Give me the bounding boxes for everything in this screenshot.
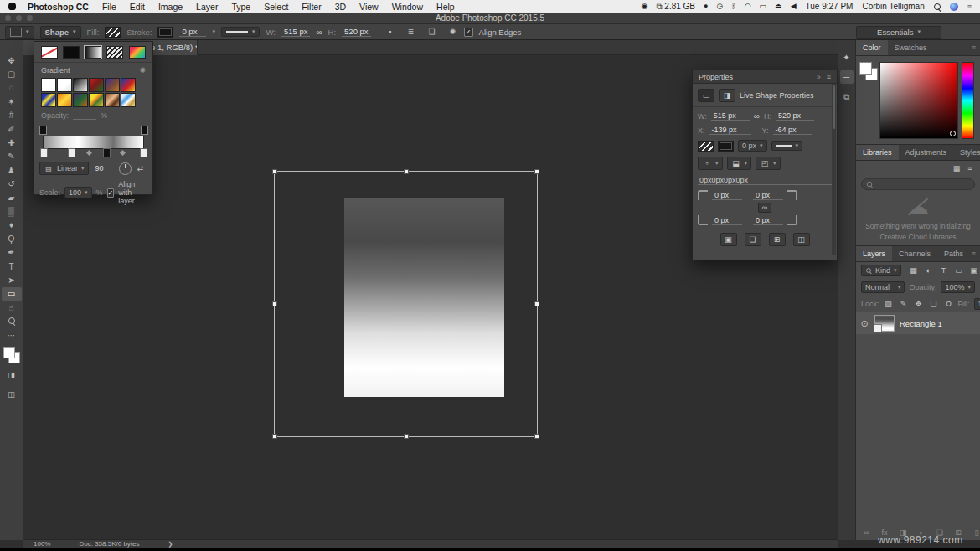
align-with-layer-checkbox[interactable]: ✓ bbox=[107, 188, 115, 198]
tool-type[interactable]: T bbox=[2, 260, 22, 273]
tab-channels[interactable]: Channels bbox=[892, 246, 937, 261]
apple-menu-icon[interactable] bbox=[8, 3, 16, 10]
airplay-icon[interactable]: ▭ bbox=[760, 3, 767, 10]
align-edges-checkbox[interactable]: ✓ bbox=[464, 28, 473, 37]
hue-slider[interactable] bbox=[962, 62, 974, 139]
menu-filter[interactable]: Filter bbox=[302, 2, 321, 12]
library-select[interactable] bbox=[861, 164, 947, 173]
pattern-fill-button[interactable] bbox=[106, 46, 123, 59]
clock[interactable]: Tue 9:27 PM bbox=[806, 2, 854, 11]
path-arrangement-icon[interactable]: ❏ bbox=[427, 27, 437, 37]
link-dimensions-icon[interactable]: ∞ bbox=[316, 28, 322, 37]
eject-icon[interactable]: ⏏ bbox=[775, 3, 782, 10]
tab-color[interactable]: Color bbox=[856, 40, 888, 55]
lock-all-icon[interactable]: Ω bbox=[944, 299, 954, 309]
tool-quick-selection[interactable]: ✶ bbox=[2, 95, 22, 108]
tool-move[interactable]: ✥ bbox=[2, 54, 22, 67]
drop-app-icon[interactable]: ● bbox=[704, 3, 708, 10]
layer-row-rectangle-1[interactable]: ⊙ Rectangle 1 bbox=[856, 312, 980, 334]
blend-mode-select[interactable]: Normal▾ bbox=[861, 281, 905, 293]
quick-mask-button[interactable]: ◨ bbox=[2, 368, 22, 382]
handle-bottom-center[interactable] bbox=[404, 434, 409, 439]
geometry-options-icon[interactable]: ✺ bbox=[448, 27, 458, 37]
foreground-background-swatches[interactable] bbox=[3, 347, 20, 363]
lock-position-icon[interactable]: ✥ bbox=[914, 299, 924, 309]
doc-size-info[interactable]: Doc: 358.5K/0 bytes bbox=[79, 540, 139, 548]
menu-layer[interactable]: Layer bbox=[196, 2, 218, 12]
foreground-background-swatches[interactable] bbox=[859, 62, 878, 80]
gradient-editor-bar[interactable] bbox=[43, 136, 144, 149]
layer-thumbnail[interactable] bbox=[874, 315, 895, 332]
stroke-corner-select[interactable]: ◰▾ bbox=[756, 157, 781, 170]
collapsed-panel-properties-icon[interactable]: ☰ bbox=[840, 70, 854, 84]
collapsed-panel-brushes-icon[interactable]: ✦ bbox=[840, 50, 854, 64]
menu-select[interactable]: Select bbox=[264, 2, 288, 12]
handle-mid-right[interactable] bbox=[534, 301, 539, 306]
color-stop[interactable] bbox=[68, 148, 75, 157]
midpoint-diamond[interactable] bbox=[86, 150, 92, 156]
color-cursor[interactable] bbox=[950, 131, 956, 136]
tool-brush[interactable]: ✎ bbox=[2, 150, 22, 163]
handle-top-right[interactable] bbox=[534, 169, 539, 174]
layer-visibility-eye-icon[interactable]: ⊙ bbox=[859, 318, 869, 328]
screen-mode-icon[interactable]: ◫ bbox=[7, 389, 17, 399]
prop-fill-swatch[interactable] bbox=[698, 141, 714, 152]
path-alignment-icon[interactable]: ≣ bbox=[406, 27, 416, 37]
handle-top-center[interactable] bbox=[404, 169, 409, 174]
wifi-icon[interactable]: ◠ bbox=[745, 3, 751, 10]
tool-blur[interactable]: ♦ bbox=[2, 219, 22, 232]
shape-height-input[interactable]: 520 px bbox=[342, 27, 371, 37]
radius-tr-input[interactable]: 0 px bbox=[753, 191, 783, 200]
handle-bottom-left[interactable] bbox=[272, 434, 277, 439]
menu-edit[interactable]: Edit bbox=[130, 2, 145, 12]
color-stop[interactable] bbox=[103, 148, 111, 157]
handle-top-left[interactable] bbox=[272, 169, 277, 174]
tool-pen[interactable]: ✒ bbox=[2, 245, 22, 259]
stroke-style-select[interactable]: ▾ bbox=[221, 27, 260, 37]
gradient-angle-dial[interactable] bbox=[119, 162, 132, 175]
prop-link-icon[interactable]: ∞ bbox=[754, 111, 760, 121]
layer-filter-kind-select[interactable]: Kind▾ bbox=[861, 265, 901, 276]
path-operations-icon[interactable]: ▪ bbox=[385, 27, 395, 37]
layer-name[interactable]: Rectangle 1 bbox=[900, 319, 942, 328]
stroke-swatch[interactable] bbox=[157, 27, 173, 38]
fill-swatch[interactable] bbox=[105, 27, 121, 38]
prop-stroke-style-select[interactable]: ▾ bbox=[771, 141, 803, 151]
tab-styles[interactable]: Styles bbox=[953, 145, 980, 160]
tool-healing-brush[interactable]: ✚ bbox=[2, 136, 22, 149]
tool-history-brush[interactable]: ↺ bbox=[2, 178, 22, 191]
tool-rectangle[interactable]: ▭ bbox=[2, 287, 22, 301]
radius-bl-input[interactable]: 0 px bbox=[712, 216, 742, 225]
gradient-preset-black-white[interactable] bbox=[73, 78, 88, 92]
prop-x-input[interactable]: -139 px bbox=[709, 126, 751, 135]
solid-fill-button[interactable] bbox=[63, 46, 80, 59]
tab-paths[interactable]: Paths bbox=[937, 246, 970, 261]
tool-clone-stamp[interactable]: ♟ bbox=[2, 163, 22, 177]
tool-more-tools[interactable]: ⋯ bbox=[2, 328, 22, 342]
bluetooth-icon[interactable]: ᛒ bbox=[731, 3, 735, 10]
gradient-preset-violet-orange[interactable] bbox=[105, 78, 120, 92]
user-name[interactable]: Corbin Telligman bbox=[862, 2, 924, 11]
gradient-preset-orange-yellow-orange[interactable] bbox=[57, 93, 72, 107]
collapse-panel-icon[interactable]: » bbox=[817, 73, 821, 81]
filter-type-layers-icon[interactable]: T bbox=[939, 265, 949, 276]
screen-record-icon[interactable]: ◉ bbox=[642, 3, 648, 10]
menu-view[interactable]: View bbox=[359, 2, 379, 12]
properties-panel-header[interactable]: Properties »≡ bbox=[693, 70, 837, 84]
gradient-preset-copper[interactable] bbox=[105, 93, 120, 107]
gradient-angle-input[interactable]: 90 bbox=[93, 164, 115, 173]
lock-artboard-icon[interactable]: ❏ bbox=[929, 299, 939, 309]
fill-amount-select[interactable]: 100%▾ bbox=[974, 298, 980, 310]
filter-smart-objects-icon[interactable]: ▣ bbox=[969, 265, 979, 276]
display-memory-icon[interactable]: ⧉ 2.81 GB bbox=[656, 3, 695, 11]
gradient-preset-purple-green-orange[interactable] bbox=[73, 93, 88, 107]
gradient-fill-button[interactable] bbox=[85, 46, 101, 59]
gradient-opacity-input[interactable] bbox=[73, 111, 96, 120]
menu-type[interactable]: Type bbox=[231, 2, 250, 12]
gradient-preset-foreground-to-background[interactable] bbox=[41, 78, 56, 92]
prop-y-input[interactable]: -64 px bbox=[773, 126, 812, 135]
stroke-width-input[interactable]: 0 px bbox=[179, 27, 206, 37]
gradient-style-select[interactable]: ▤Linear▾ bbox=[39, 162, 89, 175]
siri-icon[interactable] bbox=[950, 3, 958, 11]
menu-image[interactable]: Image bbox=[158, 2, 183, 12]
